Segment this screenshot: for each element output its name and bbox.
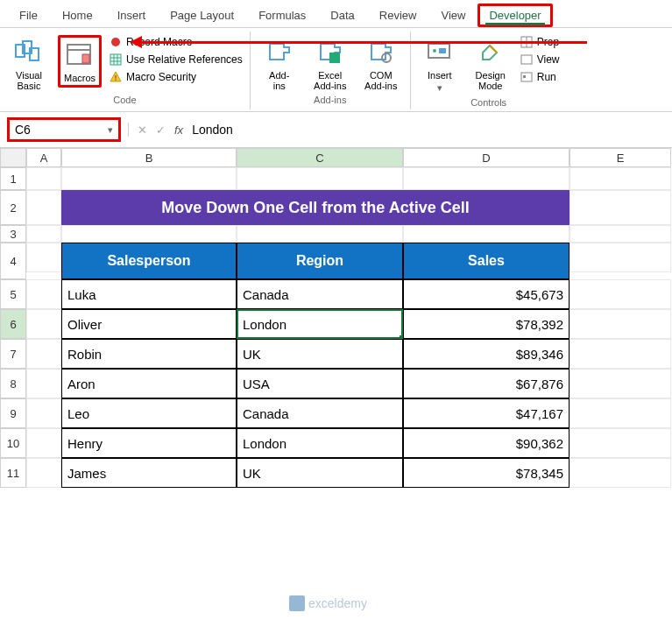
cell-region[interactable]: London: [237, 428, 403, 458]
cell[interactable]: [569, 398, 671, 428]
cell-salesperson[interactable]: Leo: [61, 398, 237, 428]
cell-salesperson[interactable]: Luka: [61, 279, 237, 309]
cell[interactable]: [61, 225, 237, 243]
svg-rect-19: [521, 55, 532, 64]
cell[interactable]: [569, 167, 671, 190]
cell[interactable]: [26, 167, 61, 190]
cell[interactable]: [569, 243, 671, 272]
cell[interactable]: [26, 190, 61, 225]
menu-tabs: File Home Insert Page Layout Formulas Da…: [0, 0, 672, 28]
view-code-button[interactable]: View: [520, 53, 560, 67]
title-banner[interactable]: Move Down One Cell from the Active Cell: [61, 190, 569, 225]
cell[interactable]: [26, 458, 61, 488]
cell[interactable]: [403, 167, 569, 190]
row-header[interactable]: 10: [0, 428, 26, 458]
annotation-arrow-head: [130, 36, 142, 48]
cell[interactable]: [569, 190, 671, 225]
tab-view[interactable]: View: [428, 4, 477, 27]
cell[interactable]: [26, 339, 61, 369]
cell[interactable]: [403, 225, 569, 243]
row-header[interactable]: 4: [0, 243, 26, 279]
tab-home[interactable]: Home: [50, 4, 105, 27]
select-all-corner[interactable]: [0, 148, 26, 167]
row-header[interactable]: 11: [0, 458, 26, 488]
row-header[interactable]: 6: [0, 309, 26, 339]
cell[interactable]: [26, 309, 61, 339]
worksheet-grid[interactable]: A B C D E 1 2Move Down One Cell from the…: [0, 148, 672, 488]
row-header[interactable]: 3: [0, 225, 26, 243]
header-sales[interactable]: Sales: [403, 243, 569, 279]
cell-salesperson[interactable]: Aron: [61, 369, 237, 398]
cell-salesperson[interactable]: Henry: [61, 428, 237, 458]
cell[interactable]: [237, 167, 403, 190]
cancel-icon[interactable]: ✕: [138, 123, 147, 137]
macros-button[interactable]: Macros: [58, 35, 102, 88]
row-header[interactable]: 1: [0, 167, 26, 190]
tab-formulas[interactable]: Formulas: [246, 4, 318, 27]
cell[interactable]: [26, 243, 61, 272]
cell-sales[interactable]: $78,392: [403, 309, 569, 339]
cell[interactable]: [569, 309, 671, 339]
col-header-c[interactable]: C: [237, 148, 403, 167]
cell[interactable]: [569, 339, 671, 369]
formula-bar[interactable]: ✕ ✓ fx London: [128, 123, 665, 137]
macro-security-button[interactable]: ! Macro Security: [109, 70, 243, 84]
fx-icon[interactable]: fx: [174, 123, 183, 137]
cell[interactable]: [61, 167, 237, 190]
row-header[interactable]: 2: [0, 190, 26, 225]
tab-review[interactable]: Review: [367, 4, 429, 27]
name-box[interactable]: ▾: [7, 117, 121, 142]
cell[interactable]: [237, 225, 403, 243]
cell[interactable]: [26, 428, 61, 458]
cell[interactable]: [26, 279, 61, 309]
tab-insert[interactable]: Insert: [105, 4, 159, 27]
header-region[interactable]: Region: [237, 243, 403, 279]
cell-sales[interactable]: $47,167: [403, 398, 569, 428]
col-header-d[interactable]: D: [403, 148, 569, 167]
cell[interactable]: [26, 225, 61, 243]
tab-data[interactable]: Data: [318, 4, 366, 27]
visual-basic-button[interactable]: Visual Basic: [7, 35, 51, 93]
formula-value[interactable]: London: [192, 123, 233, 137]
cell-sales[interactable]: $89,346: [403, 339, 569, 369]
group-code-title: Code: [113, 95, 136, 105]
row-header[interactable]: 7: [0, 339, 26, 369]
cell[interactable]: [569, 225, 671, 243]
relative-refs-button[interactable]: Use Relative References: [109, 53, 243, 67]
cell-region[interactable]: UK: [237, 339, 403, 369]
cell-salesperson[interactable]: James: [61, 458, 237, 488]
tab-developer[interactable]: Developer: [477, 4, 552, 27]
tab-file[interactable]: File: [7, 4, 50, 27]
cell-salesperson[interactable]: Robin: [61, 339, 237, 369]
cell-sales[interactable]: $67,876: [403, 369, 569, 398]
cell[interactable]: [569, 279, 671, 309]
cell-region[interactable]: USA: [237, 369, 403, 398]
cell-region[interactable]: UK: [237, 458, 403, 488]
col-header-e[interactable]: E: [569, 148, 671, 167]
col-header-b[interactable]: B: [61, 148, 237, 167]
cell-region[interactable]: Canada: [237, 279, 403, 309]
cell-sales[interactable]: $78,345: [403, 458, 569, 488]
cell-sales[interactable]: $90,362: [403, 428, 569, 458]
row-header[interactable]: 8: [0, 369, 26, 398]
cell-salesperson[interactable]: Oliver: [61, 309, 237, 339]
cell[interactable]: [26, 398, 61, 428]
cell[interactable]: [569, 428, 671, 458]
run-dialog-button[interactable]: Run: [520, 70, 560, 84]
cell[interactable]: [569, 369, 671, 398]
chevron-down-icon[interactable]: ▾: [108, 124, 113, 136]
row-header[interactable]: 9: [0, 398, 26, 428]
cell[interactable]: [569, 458, 671, 488]
tab-pagelayout[interactable]: Page Layout: [158, 4, 246, 27]
cell-region[interactable]: Canada: [237, 398, 403, 428]
insert-control-button[interactable]: Insert ▾: [418, 35, 462, 95]
cell[interactable]: [26, 369, 61, 398]
active-cell[interactable]: London: [237, 309, 403, 339]
accept-icon[interactable]: ✓: [156, 123, 166, 137]
cell-sales[interactable]: $45,673: [403, 279, 569, 309]
warning-icon: !: [109, 70, 123, 84]
row-header[interactable]: 5: [0, 279, 26, 309]
col-header-a[interactable]: A: [26, 148, 61, 167]
header-salesperson[interactable]: Salesperson: [61, 243, 237, 279]
name-box-input[interactable]: [15, 123, 76, 137]
